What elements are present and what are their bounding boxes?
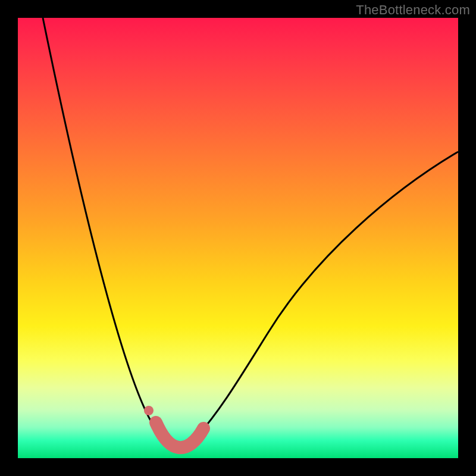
- watermark-text: TheBottleneck.com: [356, 2, 470, 18]
- chart-svg: [18, 18, 458, 458]
- highlight-dot: [144, 406, 154, 415]
- chart-plot-area: [18, 18, 458, 458]
- highlight-segment: [156, 422, 203, 447]
- bottleneck-curve: [43, 18, 458, 446]
